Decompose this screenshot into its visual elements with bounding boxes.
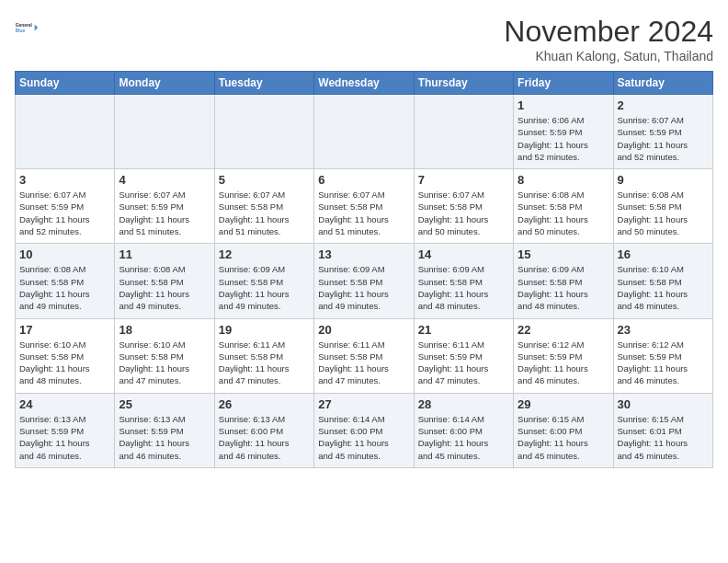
calendar-cell: 7Sunrise: 6:07 AM Sunset: 5:58 PM Daylig… (414, 169, 513, 244)
day-info: Sunrise: 6:14 AM Sunset: 6:00 PM Dayligh… (418, 413, 509, 462)
day-number: 23 (618, 323, 709, 337)
svg-marker-2 (35, 25, 39, 31)
calendar-cell: 4Sunrise: 6:07 AM Sunset: 5:59 PM Daylig… (115, 169, 214, 244)
day-info: Sunrise: 6:11 AM Sunset: 5:59 PM Dayligh… (418, 339, 509, 387)
calendar-cell (414, 95, 513, 169)
calendar-cell: 6Sunrise: 6:07 AM Sunset: 5:58 PM Daylig… (314, 169, 414, 244)
calendar-week-row: 3Sunrise: 6:07 AM Sunset: 5:59 PM Daylig… (16, 169, 713, 244)
day-info: Sunrise: 6:10 AM Sunset: 5:58 PM Dayligh… (19, 339, 110, 387)
calendar-cell (214, 95, 313, 169)
page-header: GeneralBlue November 2024 Khuan Kalong, … (15, 15, 713, 63)
calendar-week-row: 17Sunrise: 6:10 AM Sunset: 5:58 PM Dayli… (16, 318, 713, 393)
day-info: Sunrise: 6:13 AM Sunset: 6:00 PM Dayligh… (219, 413, 310, 462)
weekday-header-row: SundayMondayTuesdayWednesdayThursdayFrid… (16, 72, 713, 95)
weekday-header-wednesday: Wednesday (314, 72, 414, 95)
day-number: 10 (19, 247, 110, 261)
day-number: 17 (19, 323, 110, 337)
weekday-header-monday: Monday (115, 72, 214, 95)
day-info: Sunrise: 6:07 AM Sunset: 5:59 PM Dayligh… (119, 189, 210, 237)
day-number: 29 (518, 397, 609, 411)
day-info: Sunrise: 6:07 AM Sunset: 5:58 PM Dayligh… (318, 189, 409, 237)
logo: GeneralBlue (15, 15, 40, 40)
day-info: Sunrise: 6:11 AM Sunset: 5:58 PM Dayligh… (219, 339, 310, 387)
calendar-cell: 15Sunrise: 6:09 AM Sunset: 5:58 PM Dayli… (514, 244, 613, 318)
day-info: Sunrise: 6:10 AM Sunset: 5:58 PM Dayligh… (119, 339, 210, 387)
day-number: 30 (618, 397, 709, 411)
day-info: Sunrise: 6:09 AM Sunset: 5:58 PM Dayligh… (518, 263, 609, 312)
day-number: 27 (318, 397, 409, 411)
day-number: 24 (19, 397, 110, 411)
calendar-cell: 3Sunrise: 6:07 AM Sunset: 5:59 PM Daylig… (16, 169, 115, 244)
calendar-cell: 17Sunrise: 6:10 AM Sunset: 5:58 PM Dayli… (16, 318, 115, 393)
day-info: Sunrise: 6:13 AM Sunset: 5:59 PM Dayligh… (19, 413, 110, 462)
calendar-cell: 23Sunrise: 6:12 AM Sunset: 5:59 PM Dayli… (613, 318, 712, 393)
calendar-cell: 20Sunrise: 6:11 AM Sunset: 5:58 PM Dayli… (314, 318, 414, 393)
day-info: Sunrise: 6:13 AM Sunset: 5:59 PM Dayligh… (119, 413, 210, 462)
day-number: 22 (518, 323, 609, 337)
day-number: 5 (219, 173, 310, 187)
day-number: 7 (418, 173, 509, 187)
calendar-cell: 13Sunrise: 6:09 AM Sunset: 5:58 PM Dayli… (314, 244, 414, 318)
calendar-cell: 5Sunrise: 6:07 AM Sunset: 5:58 PM Daylig… (214, 169, 313, 244)
calendar-cell: 19Sunrise: 6:11 AM Sunset: 5:58 PM Dayli… (214, 318, 313, 393)
day-number: 1 (518, 98, 609, 112)
weekday-header-sunday: Sunday (16, 72, 115, 95)
calendar-cell: 28Sunrise: 6:14 AM Sunset: 6:00 PM Dayli… (414, 393, 513, 467)
day-info: Sunrise: 6:14 AM Sunset: 6:00 PM Dayligh… (318, 413, 409, 462)
day-number: 28 (418, 397, 509, 411)
calendar-cell: 11Sunrise: 6:08 AM Sunset: 5:58 PM Dayli… (115, 244, 214, 318)
day-info: Sunrise: 6:08 AM Sunset: 5:58 PM Dayligh… (19, 263, 110, 312)
day-number: 11 (119, 247, 210, 261)
location-subtitle: Khuan Kalong, Satun, Thailand (504, 49, 713, 63)
calendar-week-row: 10Sunrise: 6:08 AM Sunset: 5:58 PM Dayli… (16, 244, 713, 318)
day-number: 18 (119, 323, 210, 337)
calendar-cell: 24Sunrise: 6:13 AM Sunset: 5:59 PM Dayli… (16, 393, 115, 467)
day-info: Sunrise: 6:11 AM Sunset: 5:58 PM Dayligh… (318, 339, 409, 387)
weekday-header-friday: Friday (514, 72, 613, 95)
weekday-header-tuesday: Tuesday (214, 72, 313, 95)
day-info: Sunrise: 6:12 AM Sunset: 5:59 PM Dayligh… (618, 339, 709, 387)
day-info: Sunrise: 6:08 AM Sunset: 5:58 PM Dayligh… (618, 189, 709, 237)
day-number: 3 (19, 173, 110, 187)
calendar-cell: 2Sunrise: 6:07 AM Sunset: 5:59 PM Daylig… (613, 95, 712, 169)
day-number: 25 (119, 397, 210, 411)
svg-text:Blue: Blue (16, 29, 26, 33)
calendar-cell: 29Sunrise: 6:15 AM Sunset: 6:00 PM Dayli… (514, 393, 613, 467)
day-number: 26 (219, 397, 310, 411)
calendar-cell: 30Sunrise: 6:15 AM Sunset: 6:01 PM Dayli… (613, 393, 712, 467)
calendar-cell: 9Sunrise: 6:08 AM Sunset: 5:58 PM Daylig… (613, 169, 712, 244)
calendar-cell: 18Sunrise: 6:10 AM Sunset: 5:58 PM Dayli… (115, 318, 214, 393)
calendar-cell (115, 95, 214, 169)
day-info: Sunrise: 6:06 AM Sunset: 5:59 PM Dayligh… (518, 114, 609, 163)
day-info: Sunrise: 6:07 AM Sunset: 5:59 PM Dayligh… (19, 189, 110, 237)
day-number: 16 (618, 247, 709, 261)
day-info: Sunrise: 6:15 AM Sunset: 6:00 PM Dayligh… (518, 413, 609, 462)
day-number: 4 (119, 173, 210, 187)
day-info: Sunrise: 6:07 AM Sunset: 5:58 PM Dayligh… (418, 189, 509, 237)
day-number: 12 (219, 247, 310, 261)
day-number: 14 (418, 247, 509, 261)
calendar-cell: 22Sunrise: 6:12 AM Sunset: 5:59 PM Dayli… (514, 318, 613, 393)
calendar-cell: 25Sunrise: 6:13 AM Sunset: 5:59 PM Dayli… (115, 393, 214, 467)
weekday-header-saturday: Saturday (613, 72, 712, 95)
day-number: 15 (518, 247, 609, 261)
calendar-cell: 26Sunrise: 6:13 AM Sunset: 6:00 PM Dayli… (214, 393, 313, 467)
day-info: Sunrise: 6:07 AM Sunset: 5:58 PM Dayligh… (219, 189, 310, 237)
day-info: Sunrise: 6:10 AM Sunset: 5:58 PM Dayligh… (618, 263, 709, 312)
calendar-cell: 16Sunrise: 6:10 AM Sunset: 5:58 PM Dayli… (613, 244, 712, 318)
svg-text:General: General (16, 23, 33, 28)
day-number: 6 (318, 173, 409, 187)
day-info: Sunrise: 6:07 AM Sunset: 5:59 PM Dayligh… (618, 114, 709, 163)
calendar-table: SundayMondayTuesdayWednesdayThursdayFrid… (15, 71, 713, 468)
day-number: 2 (618, 98, 709, 112)
month-title: November 2024 (504, 15, 713, 49)
day-info: Sunrise: 6:08 AM Sunset: 5:58 PM Dayligh… (518, 189, 609, 237)
title-block: November 2024 Khuan Kalong, Satun, Thail… (504, 15, 713, 63)
weekday-header-thursday: Thursday (414, 72, 513, 95)
calendar-cell: 12Sunrise: 6:09 AM Sunset: 5:58 PM Dayli… (214, 244, 313, 318)
calendar-cell: 1Sunrise: 6:06 AM Sunset: 5:59 PM Daylig… (514, 95, 613, 169)
day-info: Sunrise: 6:09 AM Sunset: 5:58 PM Dayligh… (219, 263, 310, 312)
day-number: 19 (219, 323, 310, 337)
day-info: Sunrise: 6:12 AM Sunset: 5:59 PM Dayligh… (518, 339, 609, 387)
day-info: Sunrise: 6:15 AM Sunset: 6:01 PM Dayligh… (618, 413, 709, 462)
